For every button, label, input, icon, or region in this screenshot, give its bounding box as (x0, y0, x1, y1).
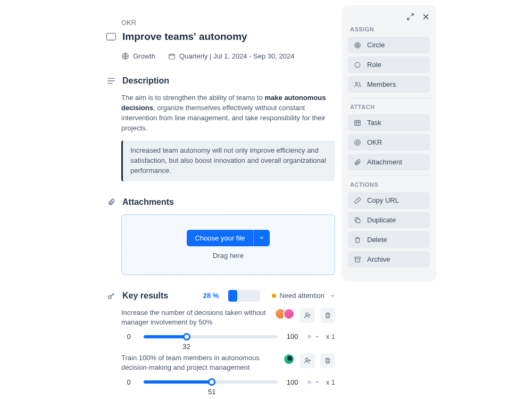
calendar-icon (168, 53, 176, 60)
kr-value-label: 32 (182, 343, 190, 351)
description-callout[interactable]: Increased team autonomy will not only im… (121, 140, 335, 181)
kr-status-label: Need attention (279, 292, 325, 300)
svg-point-11 (355, 139, 361, 145)
kr-progress-bar (228, 290, 260, 302)
svg-point-3 (306, 313, 309, 315)
kr-status-mini[interactable]: x 1 (307, 332, 335, 340)
dup-icon (353, 217, 362, 224)
side-item-label: Duplicate (367, 216, 396, 224)
add-member-button[interactable] (300, 308, 315, 323)
key-result-item: Train 100% of team members in autonomous… (121, 353, 335, 386)
globe-icon (121, 52, 129, 60)
chevron-down-icon (314, 379, 320, 385)
description-text[interactable]: The aim is to strengthen the ability of … (121, 93, 335, 133)
description-heading: Description (122, 76, 169, 86)
choose-file-dropdown[interactable] (253, 230, 270, 246)
kr-item-title[interactable]: Increase the number of decisions taken w… (121, 308, 269, 327)
side-item-label: Delete (367, 236, 387, 244)
kr-status-dropdown[interactable]: Need attention (272, 292, 335, 300)
side-item-label: Copy URL (367, 196, 399, 204)
assign-members[interactable]: Members (348, 76, 430, 93)
svg-point-8 (355, 62, 360, 67)
assign-circle[interactable]: Circle (348, 37, 430, 53)
archive-icon (353, 256, 362, 263)
svg-point-2 (109, 296, 111, 298)
status-dot-icon (307, 380, 311, 384)
avatar[interactable] (283, 308, 295, 320)
action-copy-url[interactable]: Copy URL (348, 192, 430, 209)
task-icon (353, 119, 362, 127)
kr-status-mini[interactable]: x 1 (307, 378, 335, 386)
circle-icon (353, 61, 362, 69)
kr-avatars[interactable] (275, 308, 295, 320)
side-item-label: Circle (367, 41, 385, 49)
members-icon (353, 81, 362, 88)
svg-rect-1 (169, 54, 175, 59)
action-archive[interactable]: Archive (348, 251, 430, 268)
okr-card-icon (106, 33, 116, 40)
breadcrumb[interactable]: OKR (121, 19, 335, 27)
assign-role[interactable]: Role (348, 56, 430, 73)
side-item-label: Role (367, 61, 381, 69)
kr-percent: 28 % (203, 292, 219, 300)
svg-point-9 (355, 82, 358, 84)
divider (348, 176, 430, 176)
svg-point-4 (306, 359, 309, 361)
attachment-dropzone[interactable]: Choose your file Drag here (121, 214, 335, 275)
choose-file-button[interactable]: Choose your file (187, 230, 254, 246)
assign-section-label: ASSIGN (350, 26, 428, 32)
actions-section-label: ACTIONS (350, 181, 428, 188)
trash-icon (353, 236, 362, 244)
period-chip[interactable]: Quarterly | Jul 1, 2024 - Sep 30, 2024 (168, 52, 295, 60)
side-item-label: OKR (367, 138, 382, 146)
svg-point-7 (357, 45, 358, 46)
attach-section-label: ATTACH (350, 104, 428, 110)
kr-avatars[interactable] (283, 353, 295, 365)
paperclip-icon (106, 198, 116, 206)
kr-min: 0 (121, 332, 136, 340)
kr-max: 100 (285, 332, 300, 340)
side-item-label: Members (367, 80, 396, 88)
expand-icon[interactable] (406, 13, 414, 21)
avatar[interactable] (283, 353, 295, 365)
attach-attachment[interactable]: Attachment (348, 154, 430, 170)
area-label: Growth (133, 52, 155, 60)
side-item-label: Archive (367, 255, 390, 263)
divider (348, 98, 430, 98)
area-chip[interactable]: Growth (121, 52, 155, 60)
status-dot-icon (272, 294, 276, 298)
attach-task[interactable]: Task (348, 114, 430, 131)
svg-rect-13 (356, 219, 360, 222)
link-icon (353, 197, 362, 204)
status-dot-icon (307, 335, 311, 338)
target-icon (353, 41, 362, 49)
key-result-item: Increase the number of decisions taken w… (121, 308, 335, 340)
lines-icon (106, 78, 116, 84)
page-title[interactable]: Improve teams' autonomy (122, 31, 247, 43)
svg-point-12 (356, 141, 359, 144)
key-icon (106, 292, 116, 300)
kr-value-label: 51 (208, 388, 215, 396)
delete-kr-button[interactable] (320, 353, 335, 368)
chevron-down-icon (314, 334, 320, 339)
attachments-heading: Attachments (122, 197, 174, 207)
kr-slider[interactable]: 32 (144, 335, 278, 338)
side-item-label: Task (367, 119, 381, 127)
svg-rect-10 (355, 120, 361, 125)
delete-kr-button[interactable] (320, 308, 335, 323)
svg-rect-14 (355, 257, 361, 259)
side-item-label: Attachment (367, 158, 402, 166)
kr-item-title[interactable]: Train 100% of team members in autonomous… (121, 353, 278, 372)
kr-multiplier: x 1 (326, 332, 335, 340)
action-delete[interactable]: Delete (348, 231, 430, 248)
period-label: Quarterly | Jul 1, 2024 - Sep 30, 2024 (179, 52, 295, 60)
kr-slider[interactable]: 51 (144, 380, 278, 384)
okr-icon (353, 139, 362, 146)
add-member-button[interactable] (300, 353, 315, 368)
kr-progress-fill (228, 290, 237, 302)
action-duplicate[interactable]: Duplicate (348, 212, 430, 228)
kr-max: 100 (285, 378, 300, 386)
sidebar-panel: ASSIGN CircleRoleMembers ATTACH TaskOKRA… (342, 5, 436, 281)
attach-okr[interactable]: OKR (348, 134, 430, 151)
close-icon[interactable] (422, 13, 430, 21)
